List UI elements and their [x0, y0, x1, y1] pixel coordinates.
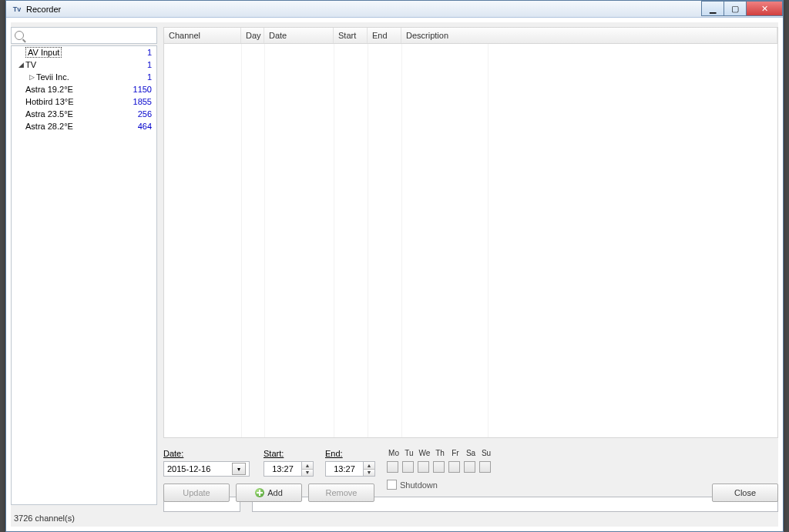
day-checkboxes	[387, 461, 491, 473]
col-date[interactable]: Date	[264, 28, 334, 43]
start-time-spinner[interactable]: ▲▼	[302, 461, 314, 477]
end-time-spinner[interactable]: ▲▼	[364, 461, 375, 477]
tree-item[interactable]: ◢TV1	[12, 59, 156, 71]
tree-item-label: Astra 19.2°E	[25, 85, 126, 94]
tree-item-count: 1	[126, 48, 152, 57]
day-checkbox[interactable]	[464, 461, 475, 473]
minimize-button[interactable]: ▁	[701, 1, 724, 16]
tree-item-count: 1	[126, 60, 152, 69]
expander-icon[interactable]: ◢	[16, 61, 25, 69]
day-checkbox[interactable]	[433, 461, 445, 473]
calendar-button[interactable]: ▾	[232, 463, 246, 475]
start-label: Start:	[264, 449, 284, 458]
close-window-button[interactable]: ✕	[746, 1, 783, 16]
update-button[interactable]: Update	[163, 483, 230, 502]
spin-up-icon[interactable]: ▲	[364, 462, 374, 470]
expander-icon[interactable]: ▷	[27, 73, 36, 81]
day-label: Mo	[387, 449, 401, 457]
tree-item-label: AV Input	[25, 48, 126, 57]
tree-item-label: Astra 23.5°E	[25, 109, 126, 119]
tree-item-count: 1855	[126, 97, 152, 106]
spin-down-icon[interactable]: ▼	[302, 470, 313, 477]
remove-button[interactable]: Remove	[308, 483, 374, 502]
grid-line	[264, 44, 265, 437]
date-label: Date:	[163, 449, 183, 458]
window-buttons: ▁ ▢ ✕	[702, 1, 783, 16]
channel-tree[interactable]: AV Input1◢TV1▷Tevii Inc.1Astra 19.2°E115…	[11, 45, 157, 505]
tree-item-label: Tevii Inc.	[36, 72, 126, 82]
client-area: AV Input1◢TV1▷Tevii Inc.1Astra 19.2°E115…	[11, 22, 778, 527]
day-checkbox[interactable]	[448, 461, 460, 473]
day-checkbox[interactable]	[387, 461, 398, 473]
end-time-input[interactable]: 13:27	[325, 461, 364, 477]
tree-item-label: Astra 28.2°E	[25, 122, 126, 131]
main-area: Channel Day Date Start End Description D…	[163, 27, 778, 527]
window: Tv Recorder ▁ ▢ ✕ AV Input1◢TV1▷Tevii In…	[5, 0, 784, 532]
tree-item[interactable]: Astra 23.5°E256	[12, 108, 156, 120]
tree-item[interactable]: AV Input1	[12, 46, 156, 59]
grid-line	[368, 44, 368, 437]
grid-line	[401, 44, 402, 437]
col-start[interactable]: Start	[334, 28, 368, 43]
schedule-header: Channel Day Date Start End Description	[163, 27, 778, 44]
button-row: Update Add Remove Close	[163, 483, 778, 504]
tree-item-count: 256	[126, 109, 152, 119]
tree-item-label: Hotbird 13°E	[25, 97, 126, 106]
day-checkbox[interactable]	[479, 461, 491, 473]
end-label: End:	[325, 449, 343, 458]
day-label: Tu	[402, 449, 416, 457]
day-checkbox[interactable]	[402, 461, 414, 473]
tree-item-count: 464	[126, 122, 152, 131]
window-title: Recorder	[26, 5, 61, 14]
spin-down-icon[interactable]: ▼	[364, 470, 374, 477]
tree-item-label: TV	[25, 60, 126, 69]
app-icon: Tv	[11, 3, 23, 15]
day-label: Sa	[464, 449, 478, 457]
tree-item[interactable]: Astra 28.2°E464	[12, 120, 156, 132]
tree-item[interactable]: ▷Tevii Inc.1	[12, 71, 156, 83]
col-channel[interactable]: Channel	[164, 28, 241, 43]
status-bar: 3726 channel(s)	[11, 510, 157, 527]
day-checkbox[interactable]	[418, 461, 429, 473]
maximize-icon: ▢	[731, 4, 739, 14]
date-picker[interactable]: 2015-12-16 ▾	[163, 461, 250, 477]
add-icon	[255, 488, 264, 497]
search-box[interactable]	[11, 27, 157, 44]
titlebar[interactable]: Tv Recorder ▁ ▢ ✕	[6, 1, 783, 18]
col-day[interactable]: Day	[241, 28, 264, 43]
day-label: Su	[479, 449, 493, 457]
schedule-list[interactable]	[163, 44, 778, 438]
tree-item-count: 1150	[126, 85, 152, 94]
tree-item[interactable]: Astra 19.2°E1150	[12, 83, 156, 95]
start-time-input[interactable]: 13:27	[264, 461, 302, 477]
grid-line	[488, 44, 489, 437]
add-button[interactable]: Add	[236, 483, 302, 502]
grid-line	[334, 44, 334, 437]
minimize-icon: ▁	[710, 4, 716, 14]
col-end[interactable]: End	[368, 28, 401, 43]
close-icon: ✕	[761, 4, 768, 14]
grid-line	[241, 44, 242, 437]
date-value: 2015-12-16	[167, 464, 210, 473]
close-button[interactable]: Close	[712, 483, 778, 502]
form-panel: Date: 2015-12-16 ▾ Start: 13:27 ▲▼ End: …	[163, 443, 778, 504]
tree-item-count: 1	[126, 72, 152, 82]
col-description[interactable]: Description	[401, 28, 777, 43]
day-labels: MoTuWeThFrSaSu	[387, 449, 493, 457]
day-label: We	[418, 449, 431, 457]
day-label: Fr	[448, 449, 462, 457]
spin-up-icon[interactable]: ▲	[302, 462, 313, 470]
search-icon	[15, 31, 24, 40]
tree-item[interactable]: Hotbird 13°E1855	[12, 95, 156, 108]
maximize-button[interactable]: ▢	[724, 1, 747, 16]
day-label: Th	[433, 449, 447, 457]
search-input[interactable]	[27, 31, 153, 40]
channel-count: 3726 channel(s)	[14, 514, 75, 523]
